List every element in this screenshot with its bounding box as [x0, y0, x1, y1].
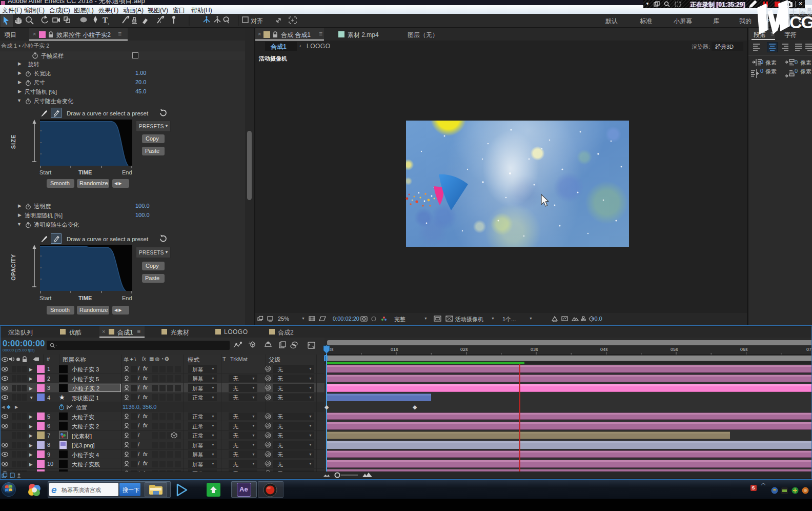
svg-text:CG: CG	[789, 12, 812, 32]
svg-text:T: T	[103, 16, 108, 24]
svg-text:,: ,	[108, 19, 109, 25]
